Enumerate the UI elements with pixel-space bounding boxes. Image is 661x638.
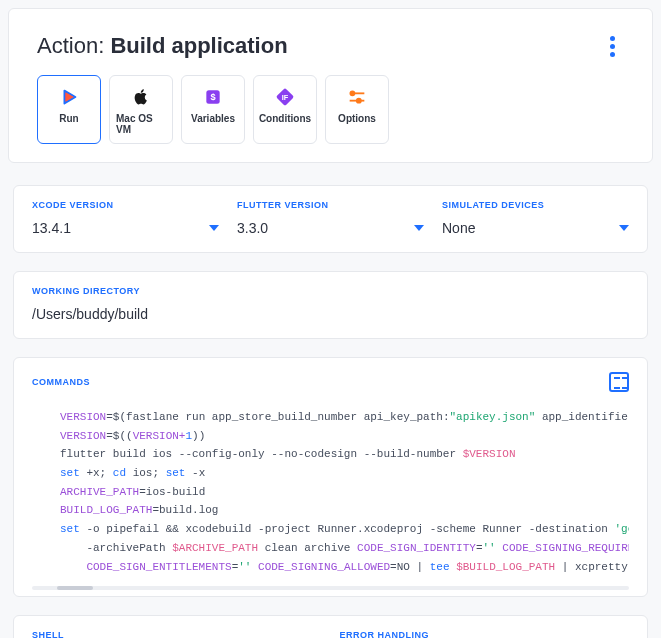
title-name: Build application (110, 33, 287, 58)
simulated-devices-field: SIMULATED DEVICES None (442, 200, 629, 236)
versions-panel: XCODE VERSION 13.4.1 FLUTTER VERSION 3.3… (13, 185, 648, 253)
svg-text:$: $ (210, 92, 215, 102)
chevron-down-icon (619, 225, 629, 231)
tab-label: Run (59, 113, 78, 124)
commands-editor[interactable]: VERSION=$(fastlane run app_store_build_n… (32, 402, 629, 582)
apple-icon (130, 86, 152, 108)
horizontal-scrollbar[interactable] (32, 586, 629, 590)
working-directory-panel: WORKING DIRECTORY /Users/buddy/build (13, 271, 648, 339)
svg-point-9 (357, 99, 361, 103)
tab-options[interactable]: Options (325, 75, 389, 144)
commands-panel: COMMANDS VERSION=$(fastlane run app_stor… (13, 357, 648, 597)
field-label: ERROR HANDLING (340, 630, 630, 638)
more-menu-button[interactable] (600, 34, 624, 58)
options-icon (346, 86, 368, 108)
action-title: Action: Build application (37, 33, 288, 59)
tab-run[interactable]: Run (37, 75, 101, 144)
tab-label: Options (338, 113, 376, 124)
select-value: 13.4.1 (32, 220, 71, 236)
tab-label: Conditions (259, 113, 311, 124)
title-prefix: Action: (37, 33, 110, 58)
svg-point-7 (350, 91, 354, 95)
conditions-icon: IF (274, 86, 296, 108)
field-label: FLUTTER VERSION (237, 200, 424, 210)
expand-icon[interactable] (609, 372, 629, 392)
tab-variables[interactable]: $ Variables (181, 75, 245, 144)
tab-conditions[interactable]: IF Conditions (253, 75, 317, 144)
flutter-version-select[interactable]: 3.3.0 (237, 220, 424, 236)
tabs-bar: Run Mac OS VM $ Variables IF Conditions … (37, 75, 624, 144)
field-label: WORKING DIRECTORY (32, 286, 629, 296)
flutter-version-field: FLUTTER VERSION 3.3.0 (237, 200, 424, 236)
working-directory-value[interactable]: /Users/buddy/build (32, 306, 629, 322)
field-label: SIMULATED DEVICES (442, 200, 629, 210)
simulated-devices-select[interactable]: None (442, 220, 629, 236)
chevron-down-icon (414, 225, 424, 231)
select-value: 3.3.0 (237, 220, 268, 236)
variables-icon: $ (202, 86, 224, 108)
tab-label: Mac OS VM (116, 113, 166, 135)
field-label: COMMANDS (32, 377, 90, 387)
svg-text:IF: IF (282, 93, 289, 102)
xcode-version-field: XCODE VERSION 13.4.1 (32, 200, 219, 236)
error-handling-field: ERROR HANDLING Mark as failed if any com… (340, 630, 630, 638)
scrollbar-thumb[interactable] (57, 586, 93, 590)
select-value: None (442, 220, 475, 236)
xcode-version-select[interactable]: 13.4.1 (32, 220, 219, 236)
shell-error-panel: SHELL Bash ERROR HANDLING Mark as failed… (13, 615, 648, 638)
tab-macos-vm[interactable]: Mac OS VM (109, 75, 173, 144)
tab-label: Variables (191, 113, 235, 124)
action-header-card: Action: Build application Run Mac OS VM … (8, 8, 653, 163)
play-icon (58, 86, 80, 108)
field-label: XCODE VERSION (32, 200, 219, 210)
shell-field: SHELL Bash (32, 630, 322, 638)
chevron-down-icon (209, 225, 219, 231)
field-label: SHELL (32, 630, 322, 638)
